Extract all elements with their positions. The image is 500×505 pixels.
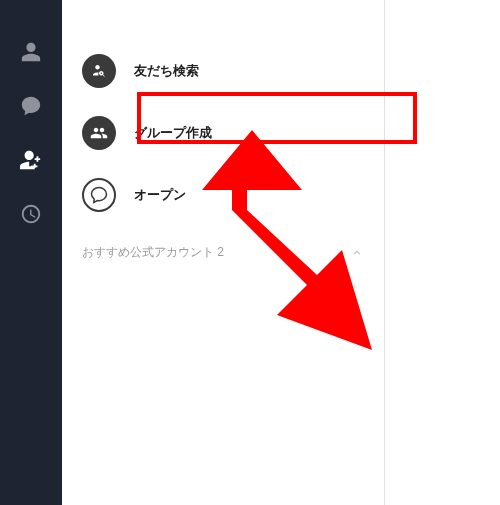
main-panel: 友だち検索 グループ作成 オープン おすすめ公式アカウント 2 bbox=[62, 0, 384, 505]
right-pane bbox=[385, 0, 500, 505]
menu-friend-search[interactable]: 友だち検索 bbox=[62, 40, 384, 102]
sidebar-friends[interactable] bbox=[19, 40, 43, 64]
sidebar-recent[interactable] bbox=[19, 202, 43, 226]
friend-search-avatar bbox=[82, 54, 116, 88]
section-recommended-label: おすすめ公式アカウント 2 bbox=[82, 244, 224, 261]
group-create-avatar bbox=[82, 116, 116, 150]
sidebar-add-friend[interactable] bbox=[19, 148, 43, 172]
nav-sidebar bbox=[0, 0, 62, 505]
group-icon bbox=[90, 124, 108, 142]
group-create-label: グループ作成 bbox=[134, 124, 212, 142]
person-add-icon bbox=[20, 149, 42, 171]
person-icon bbox=[20, 41, 42, 63]
chevron-up-icon bbox=[350, 246, 364, 260]
friend-search-label: 友だち検索 bbox=[134, 62, 199, 80]
chat-bubble-icon bbox=[20, 95, 42, 117]
section-recommended-accounts[interactable]: おすすめ公式アカウント 2 bbox=[62, 226, 384, 271]
clock-icon bbox=[20, 203, 42, 225]
openchat-icon bbox=[90, 186, 108, 204]
openchat-label: オープン bbox=[134, 186, 186, 204]
openchat-avatar bbox=[82, 178, 116, 212]
menu-group-create[interactable]: グループ作成 bbox=[62, 102, 384, 164]
person-search-icon bbox=[90, 62, 108, 80]
menu-openchat[interactable]: オープン bbox=[62, 164, 384, 226]
sidebar-chat[interactable] bbox=[19, 94, 43, 118]
